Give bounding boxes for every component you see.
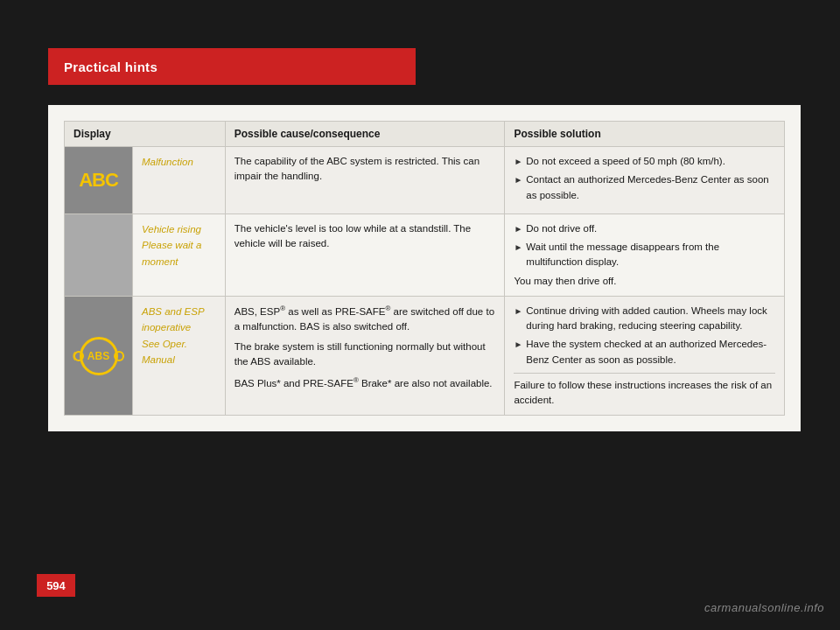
- solution-cell-3: ► Continue driving with added caution. W…: [505, 296, 785, 416]
- solution-text: Continue driving with added caution. Whe…: [526, 304, 775, 334]
- table-row: ABC Malfunction The capability of the AB…: [65, 147, 785, 214]
- no-icon-cell: [65, 214, 133, 296]
- abs-icon-wrapper: ( ABS ): [70, 337, 127, 375]
- abs-icon-cell: ( ABS ): [65, 296, 133, 416]
- table-row: Vehicle risingPlease wait a moment The v…: [65, 214, 785, 296]
- col-cause: Possible cause/consequence: [225, 122, 505, 147]
- abs-circle-icon: ABS: [80, 337, 118, 375]
- arrow-icon: ►: [514, 155, 522, 169]
- cause-cell-2: The vehicle's level is too low while at …: [225, 214, 505, 296]
- display-abs-esp: ABS and ESPinoperativeSee Oper. Manual: [142, 306, 205, 365]
- page-title: Practical hints: [64, 60, 158, 74]
- arrow-icon: ►: [514, 173, 522, 203]
- table-row: ( ABS ) ABS and ESPinoperativeSee Oper. …: [65, 296, 785, 416]
- cause-cell-3: ABS, ESP® as well as PRE-SAFE® are switc…: [225, 296, 505, 416]
- page-number: 594: [37, 574, 75, 597]
- content-area: Display Possible cause/consequence Possi…: [48, 105, 801, 431]
- display-text-cell-3: ABS and ESPinoperativeSee Oper. Manual: [133, 296, 226, 416]
- solution-text: Have the system checked at an authorized…: [526, 337, 775, 368]
- watermark: carmanualsonline.info: [704, 601, 824, 614]
- hints-table: Display Possible cause/consequence Possi…: [64, 121, 785, 416]
- arrow-icon: ►: [514, 304, 522, 334]
- cause-p3: BAS Plus* and PRE-SAFE® Brake* are also …: [234, 375, 496, 391]
- solution-text: Wait until the message disappears from t…: [526, 240, 775, 270]
- cause-p1: ABS, ESP® as well as PRE-SAFE® are switc…: [234, 304, 496, 334]
- arrow-icon: ►: [514, 338, 522, 368]
- solution-text: Do not exceed a speed of 50 mph (80 km/h…: [526, 154, 775, 169]
- display-text-cell-2: Vehicle risingPlease wait a moment: [133, 214, 226, 296]
- solution-bullet: ► Do not drive off.: [514, 221, 775, 236]
- solution-cell-2: ► Do not drive off. ► Wait until the mes…: [505, 214, 785, 296]
- cause-p2: The brake system is still functioning no…: [234, 340, 496, 370]
- col-solution: Possible solution: [505, 122, 785, 147]
- solution-bullet: ► Have the system checked at an authoriz…: [514, 337, 775, 368]
- solution-text: Do not drive off.: [526, 221, 775, 236]
- header-bar: Practical hints: [48, 48, 416, 85]
- display-malfunction: Malfunction: [142, 157, 193, 167]
- solution-bullet: ► Contact an authorized Mercedes-Benz Ce…: [514, 172, 775, 203]
- display-text-cell: Malfunction: [133, 147, 226, 214]
- cause-cell-1: The capability of the ABC system is rest…: [225, 147, 505, 214]
- solution-bullet: ► Do not exceed a speed of 50 mph (80 km…: [514, 154, 775, 169]
- abc-icon: ABC: [70, 165, 127, 194]
- solution-note: You may then drive off.: [514, 274, 775, 289]
- solution-bullet: ► Wait until the message disappears from…: [514, 240, 775, 270]
- arrow-icon: ►: [514, 241, 522, 270]
- solution-text: Contact an authorized Mercedes-Benz Cent…: [526, 172, 775, 203]
- col-display: Display: [65, 122, 226, 147]
- abc-icon-cell: ABC: [65, 147, 133, 214]
- arrow-icon: ►: [514, 222, 522, 236]
- solution-warning: Failure to follow these instructions inc…: [514, 373, 775, 409]
- solution-bullet: ► Continue driving with added caution. W…: [514, 304, 775, 334]
- display-vehicle-rising: Vehicle risingPlease wait a moment: [142, 224, 201, 267]
- solution-cell-1: ► Do not exceed a speed of 50 mph (80 km…: [505, 147, 785, 214]
